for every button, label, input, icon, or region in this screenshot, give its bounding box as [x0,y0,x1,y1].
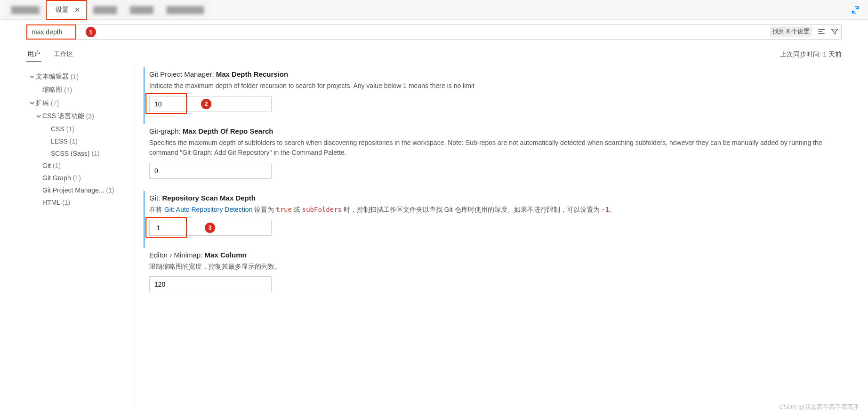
tab-inactive[interactable]: ████████ [160,0,210,20]
last-sync-text: 上次同步时间: 1 天前 [780,50,842,59]
setting-description: 限制缩略图的宽度，控制其最多显示的列数。 [149,262,837,272]
chevron-down-icon [35,113,42,119]
search-input[interactable] [26,24,842,40]
annotation-badge-1: 1 [86,27,96,37]
sidebar-item-css[interactable]: CSS(1) [26,123,132,135]
setting-description: Indicate the maximum depth of folder rec… [149,81,837,91]
chevron-down-icon [28,74,36,80]
sidebar-item-html[interactable]: HTML(1) [26,196,132,208]
tab-label: 设置 [56,6,69,14]
settings-sidebar: 文本编辑器 (1) 缩略图 (1) 扩展 (7) CSS 语言功能 (3) CS… [26,67,132,403]
annotation-badge-3: 3 [205,223,215,233]
sidebar-item-gpm[interactable]: Git Project Manage...(1) [26,184,132,196]
sidebar-item-text-editor[interactable]: 文本编辑器 (1) [26,70,132,83]
setting-description: 在将 Git: Auto Repository Detection 设置为 tr… [149,205,837,215]
tab-inactive[interactable]: █████ [87,0,124,20]
sidebar-item-extensions[interactable]: 扩展 (7) [26,96,132,110]
filter-icon[interactable] [830,27,839,36]
setting-gpm-max-depth: Git Project Manager: Max Depth Recursion… [144,67,837,124]
setting-input[interactable] [149,163,272,179]
result-count: 找到 8 个设置 [770,26,812,37]
tab-workspace[interactable]: 工作区 [53,47,74,62]
setting-git-scan-max-depth: Git: Repository Scan Max Depth 在将 Git: A… [144,191,837,248]
setting-input[interactable] [149,276,272,292]
sidebar-item-git[interactable]: Git(1) [26,160,132,172]
scope-row: 用户 工作区 上次同步时间: 1 天前 [0,44,868,62]
setting-minimap-max-column: Editor › Minimap: Max Column 限制缩略图的宽度，控制… [144,248,837,305]
sidebar-item-git-graph[interactable]: Git Graph(1) [26,172,132,184]
sync-icon[interactable] [850,5,860,16]
setting-description: Specifies the maximum depth of subfolder… [149,138,837,158]
settings-content: Git Project Manager: Max Depth Recursion… [144,67,842,403]
tab-user[interactable]: 用户 [26,47,41,62]
sidebar-item-minimap[interactable]: 缩略图 (1) [26,83,132,96]
tab-bar: ██████ 设置 ✕ █████ █████ ████████ [0,0,868,20]
annotation-badge-2: 2 [201,99,211,109]
close-icon[interactable]: ✕ [74,6,80,14]
tab-inactive[interactable]: █████ [123,0,160,20]
setting-title: Git Project Manager: Max Depth Recursion [149,70,837,78]
chevron-down-icon [28,100,36,106]
setting-title: Git: Repository Scan Max Depth [149,194,837,202]
sidebar-item-css-lang[interactable]: CSS 语言功能 (3) [26,110,132,123]
tab-inactive[interactable]: ██████ [5,0,46,20]
clear-settings-icon[interactable] [817,27,826,36]
sidebar-item-less[interactable]: LESS(1) [26,135,132,147]
setting-title: Editor › Minimap: Max Column [149,251,837,259]
search-bar-wrap: 1 找到 8 个设置 [0,20,868,44]
setting-title: Git-graph: Max Depth Of Repo Search [149,127,837,135]
link-auto-repo-detection[interactable]: Git: Auto Repository Detection [164,206,253,213]
watermark: CSDN @我是高手高手高高手 [779,403,860,411]
tab-settings[interactable]: 设置 ✕ [46,0,87,20]
divider [135,67,135,403]
setting-git-graph-max-depth: Git-graph: Max Depth Of Repo Search Spec… [144,124,837,191]
sidebar-item-scss[interactable]: SCSS (Sass)(1) [26,147,132,160]
